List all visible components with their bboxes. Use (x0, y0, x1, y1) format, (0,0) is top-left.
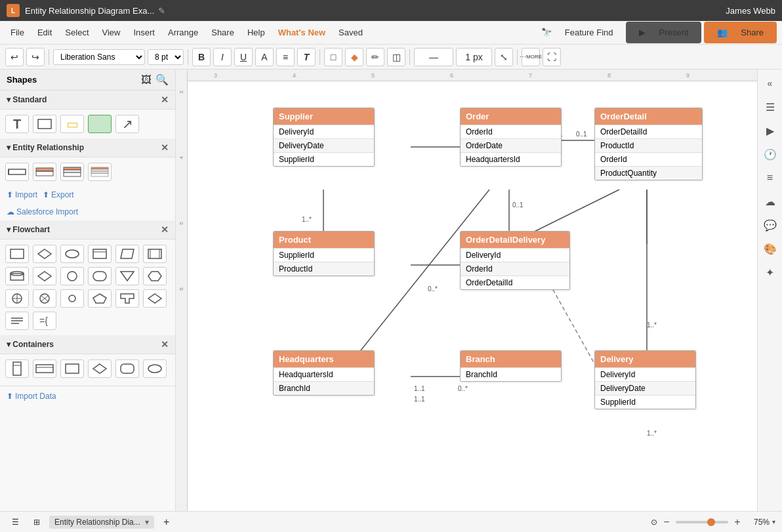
section-er-header[interactable]: ▾ Entity Relationship ✕ (0, 138, 175, 157)
align-button[interactable]: ≡ (276, 48, 295, 66)
ct-diamond[interactable] (88, 359, 112, 378)
fc-rect3[interactable] (143, 245, 167, 263)
italic-button[interactable]: I (213, 48, 232, 66)
section-containers-close[interactable]: ✕ (161, 339, 169, 350)
fc-cylinder[interactable] (5, 267, 29, 285)
supplier-table[interactable]: Supplier DeliveryId DeliveryDate Supplie… (273, 108, 375, 167)
fc-diamond[interactable] (33, 245, 56, 263)
order-table[interactable]: Order OrderId OrderDate HeadquartersId (460, 108, 562, 167)
panel-comment-button[interactable]: 💬 (760, 215, 780, 235)
text-style-button[interactable]: T (297, 48, 316, 66)
menu-help[interactable]: Help (242, 25, 270, 40)
fc-xmark[interactable] (33, 289, 56, 308)
bold-button[interactable]: B (192, 48, 211, 66)
panel-timer-button[interactable]: 🕐 (760, 144, 780, 164)
product-table[interactable]: Product SupplierId ProductId (273, 231, 375, 276)
shapes-search-icon[interactable]: 🔍 (155, 73, 169, 86)
section-standard-close[interactable]: ✕ (161, 94, 169, 105)
zoom-in-button[interactable]: + (731, 516, 744, 528)
canvas[interactable]: 1..1 0..1 0..1 0..* 1..* 1..* 0..* 1..* … (188, 81, 757, 511)
list-view-button[interactable]: ☰ (7, 516, 24, 529)
zoom-out-button[interactable]: − (660, 516, 673, 528)
fc-small-circle[interactable] (60, 289, 84, 308)
fc-braces[interactable]: ={ (33, 312, 56, 330)
redo-button[interactable]: ↪ (26, 48, 45, 66)
note-shape[interactable]: ▭ (60, 115, 84, 133)
fc-diamond3[interactable] (143, 289, 167, 308)
zoom-dropdown-icon[interactable]: ▾ (772, 518, 775, 525)
colored-rect-shape[interactable] (88, 115, 112, 133)
waypoint-button[interactable]: ⤡ (495, 48, 513, 66)
export-button[interactable]: ⬆ Export (43, 190, 74, 199)
panel-style-button[interactable]: 🎨 (760, 239, 780, 258)
edit-title-icon[interactable]: ✎ (158, 6, 165, 16)
rect-shape[interactable] (33, 115, 56, 133)
ct-hsplit[interactable] (33, 359, 56, 378)
fc-cross[interactable] (5, 289, 29, 308)
more-options-button[interactable]: ⋯MORE (522, 48, 540, 66)
fc-rect2[interactable] (88, 245, 112, 263)
fc-oval[interactable] (60, 245, 84, 263)
feature-find-button[interactable]: 🔭 Feature Find (531, 22, 624, 43)
branch-table[interactable]: Branch BranchId (460, 350, 562, 382)
salesforce-import-button[interactable]: ☁ Salesforce Import (7, 207, 78, 216)
underline-button[interactable]: U (234, 48, 253, 66)
fc-diamond2[interactable] (33, 267, 56, 285)
fit-to-page-icon[interactable]: ⊙ (651, 518, 657, 527)
menu-whats-new[interactable]: What's New (273, 25, 331, 40)
delivery-table[interactable]: Delivery DeliveryId DeliveryDate Supplie… (594, 350, 696, 409)
fc-tri-down[interactable] (115, 267, 139, 285)
import-button[interactable]: ⬆ Import (7, 190, 37, 199)
present-button[interactable]: ▶ Present (626, 22, 701, 43)
menu-insert[interactable]: Insert (128, 25, 160, 40)
er-shape-3[interactable] (60, 163, 84, 181)
er-shape-4[interactable] (88, 163, 112, 181)
panel-present-button[interactable]: ▶ (760, 121, 780, 140)
headquarters-table[interactable]: Headquarters HeadquartersId BranchId (273, 350, 375, 396)
canvas-area[interactable]: 3 4 5 6 7 8 9 3 4 5 6 (176, 70, 757, 511)
er-shape-2[interactable] (33, 163, 56, 181)
ct-rect[interactable] (60, 359, 84, 378)
menu-share[interactable]: Share (206, 25, 239, 40)
fullscreen-button[interactable]: ⛶ (543, 48, 561, 66)
line-color-button[interactable]: ✏ (366, 48, 384, 66)
section-containers-header[interactable]: ▾ Containers ✕ (0, 335, 175, 354)
ct-rounded[interactable] (115, 359, 139, 378)
orderdetaildelivery-table[interactable]: OrderDetailDelivery DeliveryId OrderId O… (460, 231, 570, 290)
fc-pentagon[interactable] (88, 289, 112, 308)
font-size-select[interactable]: 8 pt (148, 49, 184, 65)
zoom-thumb[interactable] (707, 518, 715, 526)
section-flowchart-header[interactable]: ▾ Flowchart ✕ (0, 220, 175, 239)
arrow-shape[interactable]: ↗ (115, 115, 139, 133)
menu-file[interactable]: File (5, 25, 30, 40)
zoom-slider[interactable] (676, 521, 728, 523)
grid-view-button[interactable]: ⊞ (28, 516, 45, 529)
share-button[interactable]: 👥 Share (704, 22, 777, 43)
add-page-button[interactable]: + (158, 514, 175, 530)
shapes-image-icon[interactable]: 🖼 (141, 74, 152, 86)
fc-rounded[interactable] (88, 267, 112, 285)
undo-button[interactable]: ↩ (5, 48, 24, 66)
menu-select[interactable]: Select (60, 25, 94, 40)
section-er-close[interactable]: ✕ (161, 142, 169, 153)
orderdetail-table[interactable]: OrderDetail OrderDetailId ProductId Orde… (594, 108, 703, 180)
panel-layers-button[interactable]: ≡ (760, 168, 780, 188)
er-shape-1[interactable] (5, 163, 29, 181)
line-style-select[interactable]: — (414, 48, 453, 66)
ct-ellipse[interactable] (143, 359, 167, 378)
menu-arrange[interactable]: Arrange (163, 25, 203, 40)
section-standard-header[interactable]: ▾ Standard ✕ (0, 91, 175, 110)
font-color-button[interactable]: A (255, 48, 274, 66)
fc-arrow-down[interactable] (115, 289, 139, 308)
fc-hex[interactable] (143, 267, 167, 285)
fc-lines[interactable] (5, 312, 29, 330)
panel-pages-button[interactable]: ☰ (760, 97, 780, 117)
panel-extra-button[interactable]: ✦ (760, 262, 780, 282)
shadow-button[interactable]: ◫ (387, 48, 405, 66)
menu-view[interactable]: View (97, 25, 126, 40)
shape-fill-button[interactable]: □ (324, 48, 342, 66)
current-diagram-tab[interactable]: Entity Relationship Dia... ▾ (49, 516, 154, 529)
fc-rect[interactable] (5, 245, 29, 263)
ct-swim[interactable] (5, 359, 29, 378)
line-width-select[interactable]: 1 px (456, 48, 492, 66)
